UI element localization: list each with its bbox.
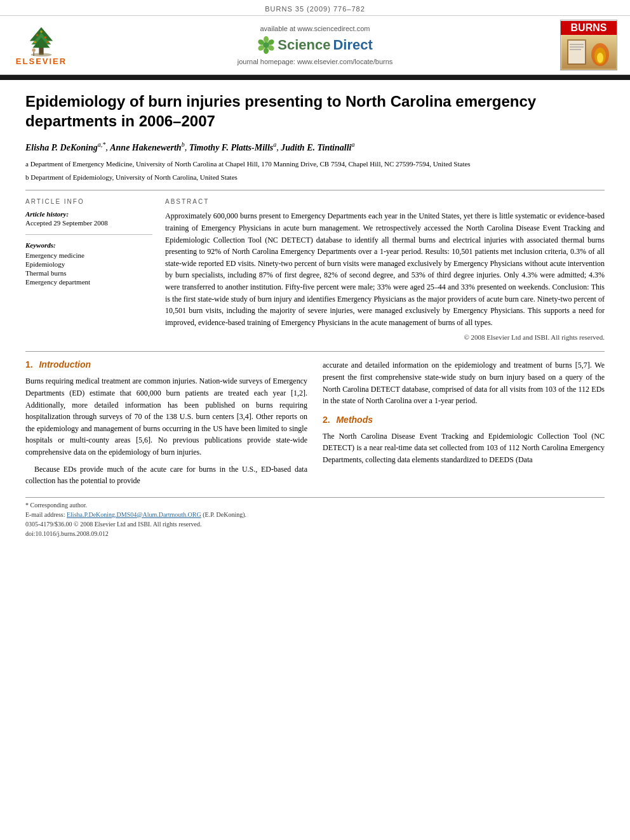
intro-heading: 1. Introduction <box>25 359 307 370</box>
elsevier-logo: ELSEVIER <box>13 22 70 69</box>
page: BURNS 35 (2009) 776–782 <box>0 0 630 840</box>
intro-number: 1. <box>25 359 33 370</box>
doi-text[interactable]: doi:10.1016/j.burns.2008.09.012 <box>25 529 605 538</box>
svg-point-5 <box>36 34 39 36</box>
main-content: Epidemiology of burn injuries presenting… <box>0 80 630 551</box>
author-tintinalli: Judith E. Tintinalli <box>281 143 351 152</box>
intro-para-2: Because EDs provide much of the acute ca… <box>25 463 307 487</box>
author-dekoning: Elisha P. DeKoning <box>25 143 98 152</box>
methods-heading: 2. Methods <box>323 415 605 425</box>
article-title: Epidemiology of burn injuries presenting… <box>25 91 605 131</box>
abstract-column: ABSTRACT Approximately 600,000 burns pre… <box>165 198 605 341</box>
keyword-2: Epidemiology <box>25 260 152 268</box>
available-text: available at www.sciencedirect.com <box>83 25 547 32</box>
methods-title: Methods <box>336 415 373 425</box>
article-info-abstract-section: ARTICLE INFO Article history: Accepted 2… <box>25 198 605 341</box>
intro-title: Introduction <box>39 359 91 370</box>
burns-cover-icon <box>562 36 616 69</box>
sciencedirect-logo: ScienceDirect <box>83 36 547 54</box>
journal-homepage-text: journal homepage: www.elsevier.com/locat… <box>83 58 547 65</box>
affil-sup-b: b <box>182 141 185 148</box>
elsevier-tree-icon <box>19 25 64 57</box>
keyword-1: Emergency medicine <box>25 251 152 259</box>
keyword-4: Emergency department <box>25 278 152 286</box>
keywords-label: Keywords: <box>25 241 152 249</box>
email-attribution: (E.P. DeKoning). <box>203 511 246 518</box>
divider-after-affiliations <box>25 190 605 190</box>
body-right-column: accurate and detailed information on the… <box>323 359 605 491</box>
header-bar: ELSEVIER available at www.sciencedirect.… <box>0 15 630 75</box>
journal-reference: BURNS 35 (2009) 776–782 <box>0 0 630 15</box>
svg-point-16 <box>264 48 269 54</box>
footnote-area: * Corresponding author. E-mail address: … <box>25 500 605 538</box>
affiliation-a: a Department of Emergency Medicine, Univ… <box>25 159 605 170</box>
keywords-section: Keywords: Emergency medicine Epidemiolog… <box>25 241 152 286</box>
author-platts-mills: Timothy F. Platts-Mills <box>189 143 274 152</box>
svg-point-29 <box>597 53 603 63</box>
body-left-column: 1. Introduction Burns requiring medical … <box>25 359 307 491</box>
license-text: 0305-4179/$36.00 © 2008 Elsevier Ltd and… <box>25 519 605 529</box>
header-center: available at www.sciencedirect.com Scien… <box>70 25 560 65</box>
intro-para-3: accurate and detailed information on the… <box>323 359 605 406</box>
burns-journal-logo: BURNS <box>560 20 617 70</box>
burns-title-text: BURNS <box>561 21 617 35</box>
article-info-column: ARTICLE INFO Article history: Accepted 2… <box>25 198 152 341</box>
sd-direct-text: Direct <box>333 37 372 53</box>
divider-before-body <box>25 351 605 352</box>
abstract-section-label: ABSTRACT <box>165 198 605 205</box>
author-hakenewerth: Anne Hakenewerth <box>110 143 181 152</box>
thin-rule-1 <box>25 234 152 235</box>
affil-sup-a3: a <box>351 141 354 148</box>
svg-point-19 <box>264 43 269 48</box>
intro-para-1: Burns requiring medical treatment are co… <box>25 375 307 458</box>
svg-point-9 <box>46 41 49 43</box>
abstract-text: Approximately 600,000 burns present to E… <box>165 210 605 328</box>
email-label: E-mail address: <box>25 511 65 518</box>
black-divider <box>0 75 630 80</box>
history-label: Article history: <box>25 210 152 218</box>
svg-rect-23 <box>568 41 585 63</box>
elsevier-wordmark: ELSEVIER <box>16 57 67 66</box>
svg-point-8 <box>34 41 36 43</box>
corresponding-label: * Corresponding author. <box>25 500 605 510</box>
svg-point-10 <box>32 48 35 51</box>
svg-point-7 <box>40 30 43 33</box>
authors-line: Elisha P. DeKoninga,*, Anne Hakenewerthb… <box>25 140 605 155</box>
svg-point-13 <box>264 36 269 43</box>
sd-flower-icon <box>257 36 275 54</box>
body-content: 1. Introduction Burns requiring medical … <box>25 359 605 491</box>
affiliation-b: b Department of Epidemiology, University… <box>25 172 605 183</box>
abstract-copyright: © 2008 Elsevier Ltd and ISBI. All rights… <box>165 333 605 341</box>
journal-ref-text: BURNS 35 (2009) 776–782 <box>265 5 365 13</box>
email-link[interactable]: Elisha.P.DeKoning.DMS04@Alum.Dartmouth.O… <box>67 511 201 518</box>
methods-number: 2. <box>323 415 330 425</box>
accepted-date: Accepted 29 September 2008 <box>25 219 152 227</box>
svg-point-6 <box>44 36 47 39</box>
article-info-label: ARTICLE INFO <box>25 198 152 205</box>
affil-sup-a2: a <box>273 141 276 148</box>
burns-logo-image <box>561 35 617 70</box>
footer-divider <box>25 497 605 498</box>
methods-para-1: The North Carolina Disease Event Trackin… <box>323 430 605 466</box>
sd-science-text: Science <box>278 37 330 53</box>
keyword-3: Thermal burns <box>25 269 152 277</box>
article-history: Article history: Accepted 29 September 2… <box>25 210 152 227</box>
email-line: E-mail address: Elisha.P.DeKoning.DMS04@… <box>25 510 605 519</box>
affil-sup-a1: a,* <box>98 141 106 148</box>
